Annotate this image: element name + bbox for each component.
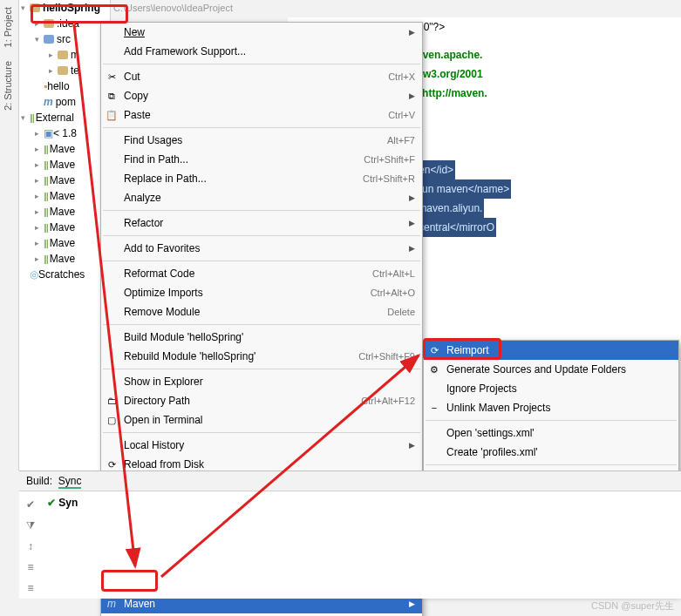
project-tab[interactable]: 1: Project	[0, 0, 16, 54]
menu-replace-in-path[interactable]: Replace in Path...Ctrl+Shift+R	[101, 169, 422, 188]
unlink-icon: −	[427, 401, 441, 415]
tree-item[interactable]: mpom	[19, 94, 110, 110]
tree-item[interactable]: ▸Mave	[19, 188, 110, 204]
terminal-icon: ▢	[105, 413, 119, 427]
reload-icon: ⟳	[105, 457, 119, 471]
build-header: Build: Sync	[19, 471, 681, 491]
paste-icon: 📋	[105, 108, 119, 122]
menu-remove-module[interactable]: Remove ModuleDelete	[101, 302, 422, 322]
tree-item[interactable]: ▾src	[19, 31, 110, 47]
cut-icon: ✂	[105, 70, 119, 84]
menu-add-favorites[interactable]: Add to Favorites▶	[101, 239, 422, 258]
menu-find-usages[interactable]: Find UsagesAlt+F7	[101, 131, 422, 150]
project-root-label: helloSpring	[43, 2, 100, 14]
menu-rebuild-module[interactable]: Rebuild Module 'helloSpring'Ctrl+Shift+F…	[101, 347, 422, 366]
copy-icon: ⧉	[105, 89, 119, 103]
menu-copy[interactable]: ⧉Copy▶	[101, 86, 422, 105]
menu-reformat[interactable]: Reformat CodeCtrl+Alt+L	[101, 264, 422, 283]
menu-analyze[interactable]: Analyze▶	[101, 188, 422, 207]
tree-item[interactable]: ▸▣< 1.8	[19, 125, 110, 141]
menu-show-explorer[interactable]: Show in Explorer	[101, 372, 422, 391]
filter-icon[interactable]: ⧩	[19, 515, 42, 536]
build-output: ✔ Syn	[19, 491, 681, 509]
menu-directory-path[interactable]: 🗀Directory PathCtrl+Alt+F12	[101, 391, 422, 410]
tree-item[interactable]: ▸Mave	[19, 220, 110, 235]
menu-build-module[interactable]: Build Module 'helloSpring'	[101, 328, 422, 347]
project-root[interactable]: ▾helloSpring	[19, 0, 110, 16]
tree-item[interactable]: ▸Mave	[19, 173, 110, 188]
breadcrumb: C:\Users\lenovo\IdeaProject	[111, 0, 235, 17]
tree-item[interactable]: ▸.idea	[19, 16, 110, 31]
submenu-unlink[interactable]: −Unlink Maven Projects	[424, 398, 678, 417]
folder-icon: 🗀	[105, 394, 119, 408]
build-toolbar: ✔ ⧩ ↕ ≡ ≡	[19, 494, 42, 599]
layout-icon[interactable]: ↕	[19, 536, 42, 557]
collapse-icon[interactable]: ≡	[19, 578, 42, 599]
tool-window-tabs: 1: Project 2: Structure	[0, 0, 19, 470]
reimport-icon: ⟳	[427, 343, 441, 357]
project-tree: ▾helloSpring ▸.idea ▾src ▸m ▸te ▪hello m…	[19, 0, 111, 470]
menu-cut[interactable]: ✂CutCtrl+X	[101, 67, 422, 86]
menu-optimize[interactable]: Optimize ImportsCtrl+Alt+O	[101, 283, 422, 302]
tree-item[interactable]: ▸Mave	[19, 235, 110, 251]
tree-item[interactable]: ▸Mave	[19, 141, 110, 157]
tree-item[interactable]: ▾External	[19, 110, 110, 125]
menu-add-framework[interactable]: Add Framework Support...	[101, 42, 422, 61]
generate-icon: ⚙	[427, 362, 441, 376]
watermark: CSDN @super先生	[591, 599, 674, 613]
tree-item[interactable]: ▸Mave	[19, 251, 110, 267]
tree-item[interactable]: ◎Scratches	[19, 267, 110, 282]
menu-new[interactable]: New▶	[101, 23, 422, 42]
submenu-open-settings[interactable]: Open 'settings.xml'	[424, 423, 678, 443]
menu-open-terminal[interactable]: ▢Open in Terminal	[101, 410, 422, 430]
submenu-generate-sources[interactable]: ⚙Generate Sources and Update Folders	[424, 360, 678, 379]
maven-icon: m	[105, 597, 119, 611]
tree-item[interactable]: ▸Mave	[19, 157, 110, 173]
submenu-ignore[interactable]: Ignore Projects	[424, 379, 678, 398]
tree-item[interactable]: ▸Mave	[19, 204, 110, 220]
menu-refactor[interactable]: Refactor▶	[101, 213, 422, 233]
check-icon[interactable]: ✔	[19, 494, 42, 515]
menu-paste[interactable]: 📋PasteCtrl+V	[101, 105, 422, 125]
structure-tab[interactable]: 2: Structure	[0, 54, 16, 118]
tree-item[interactable]: ▸m	[19, 47, 110, 63]
tree-item[interactable]: ▸te	[19, 63, 110, 78]
submenu-create-profiles[interactable]: Create 'profiles.xml'	[424, 443, 678, 462]
menu-find-in-path[interactable]: Find in Path...Ctrl+Shift+F	[101, 150, 422, 169]
menu-local-history[interactable]: Local History▶	[101, 436, 422, 455]
tree-item[interactable]: ▪hello	[19, 78, 110, 94]
expand-icon[interactable]: ≡	[19, 557, 42, 578]
build-panel: Build: Sync ✔ ⧩ ↕ ≡ ≡ ✔ Syn	[19, 470, 681, 599]
submenu-reimport[interactable]: ⟳Reimport	[424, 341, 678, 360]
